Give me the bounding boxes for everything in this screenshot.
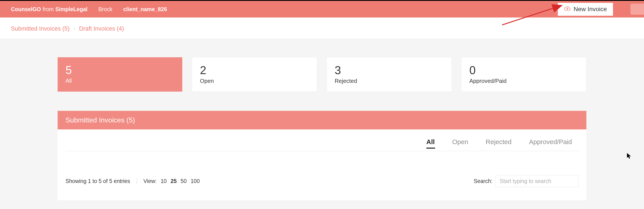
stat-label: Rejected: [335, 78, 444, 84]
left-controls: Showing 1 to 5 of 5 entries View: 10 25 …: [66, 178, 200, 184]
stat-card-approved[interactable]: 0 Approved/Paid: [461, 57, 586, 92]
stat-count: 2: [200, 65, 309, 76]
brand-main: CounselGO: [11, 6, 41, 13]
stat-card-all[interactable]: 5 All: [58, 57, 182, 92]
header-client[interactable]: client_name_826: [123, 6, 167, 13]
filter-tab-all[interactable]: All: [426, 138, 435, 146]
stat-count: 0: [469, 65, 578, 76]
main-header: CounselGO from SimpleLegal Brock client_…: [0, 1, 644, 18]
header-right-pill[interactable]: [630, 4, 644, 15]
brand-sub: SimpleLegal: [56, 6, 88, 13]
stat-label: Open: [200, 78, 309, 84]
link-separator: ·: [74, 25, 75, 32]
filter-tab-open[interactable]: Open: [452, 138, 468, 146]
search-input[interactable]: [496, 175, 578, 187]
header-right-group: New Invoice: [558, 3, 644, 16]
view-page-size-group: View: 10 25 50 100: [144, 178, 200, 184]
stat-card-rejected[interactable]: 3 Rejected: [326, 57, 452, 92]
submitted-invoices-link[interactable]: Submitted Invoices (5): [11, 25, 70, 32]
stat-cards-row: 5 All 2 Open 3 Rejected 0 Approved/Paid: [58, 57, 586, 92]
stat-count: 3: [335, 65, 444, 76]
draft-invoices-link[interactable]: Draft Invoices (4): [79, 25, 124, 32]
stat-label: Approved/Paid: [469, 78, 578, 84]
search-label: Search:: [474, 178, 492, 184]
panel-body: All Open Rejected Approved/Paid Showing …: [58, 129, 586, 200]
header-user[interactable]: Brock: [98, 6, 112, 13]
subheader: Submitted Invoices (5) · Draft Invoices …: [0, 18, 644, 39]
filter-tabs: All Open Rejected Approved/Paid: [66, 138, 578, 151]
content-area: 5 All 2 Open 3 Rejected 0 Approved/Paid …: [0, 39, 644, 200]
filter-tab-approved[interactable]: Approved/Paid: [529, 138, 572, 146]
panel-title: Submitted Invoices (5): [58, 111, 586, 129]
cloud-upload-icon: [564, 5, 571, 14]
header-left-group: CounselGO from SimpleLegal Brock client_…: [11, 6, 167, 13]
view-option-10[interactable]: 10: [161, 178, 167, 184]
brand-from: from: [43, 6, 54, 13]
stat-count: 5: [66, 64, 174, 76]
stat-label: All: [66, 77, 174, 84]
view-option-25[interactable]: 25: [171, 178, 177, 184]
view-option-50[interactable]: 50: [180, 178, 187, 184]
subheader-links: Submitted Invoices (5) · Draft Invoices …: [11, 25, 633, 32]
search-group: Search:: [474, 175, 578, 187]
showing-entries-text: Showing 1 to 5 of 5 entries: [66, 178, 130, 184]
new-invoice-button[interactable]: New Invoice: [558, 3, 613, 16]
new-invoice-label: New Invoice: [574, 6, 607, 13]
stat-card-open[interactable]: 2 Open: [192, 57, 317, 92]
invoices-panel: Submitted Invoices (5) All Open Rejected…: [58, 111, 586, 200]
view-option-100[interactable]: 100: [190, 178, 200, 184]
controls-separator: [137, 178, 137, 184]
brand[interactable]: CounselGO from SimpleLegal: [11, 6, 88, 13]
view-label: View:: [144, 178, 157, 184]
table-controls: Showing 1 to 5 of 5 entries View: 10 25 …: [66, 175, 578, 187]
filter-tab-rejected[interactable]: Rejected: [486, 138, 512, 146]
